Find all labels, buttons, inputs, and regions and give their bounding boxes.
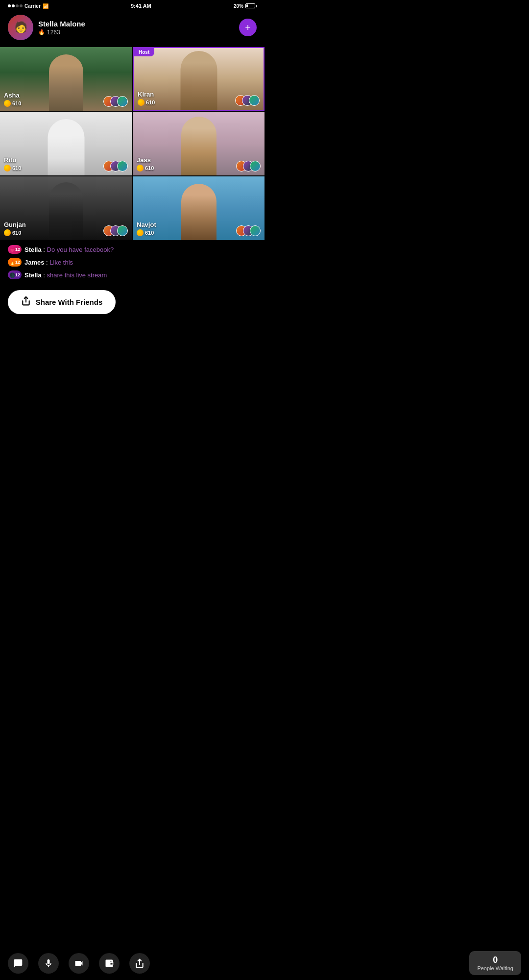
cell-coins-asha: 610 [4,100,21,107]
chat-badge-1: 💗 12 [8,245,22,254]
chat-text-2: James : Like this [24,259,73,266]
chat-message-2: 🔥 12 James : Like this [8,258,257,267]
coin-icon [138,99,144,106]
coin-icon [137,165,144,172]
video-grid: Asha 610 Host Kiran 610 [0,47,264,240]
signal-dot-3 [16,4,19,7]
signal-dots [8,4,23,7]
host-badge: Host [134,48,154,56]
profile-info: Stella Malone 🔥 1263 [38,20,234,36]
person-kiran [180,51,217,110]
cell-avatars-kiran [235,95,260,106]
cell-avatars-jass [236,161,261,172]
person-asha [49,54,83,111]
status-left: Carrier 📶 [8,3,48,9]
chat-section: 💗 12 Stella : Do you have facebook? 🔥 12… [0,240,264,286]
carrier-label: Carrier [24,3,41,9]
badge-num-1: 12 [15,247,20,252]
cell-avatars-navjot [236,225,261,236]
chat-content-1: Do you have facebook? [47,246,114,253]
status-right: 20% [234,3,257,9]
profile-header: 🧑 Stella Malone 🔥 1263 + [0,11,264,44]
coin-icon [4,229,11,236]
battery-icon [245,3,257,8]
cell-avatars-ritu [103,161,128,172]
coins-value: 610 [145,230,154,236]
cell-avatars-asha [103,96,128,107]
coin-icon [4,100,11,107]
chat-text-3: Stella : share this live stream [24,271,107,279]
profile-name: Stella Malone [38,20,234,28]
cell-coins-gunjan: 610 [4,229,26,236]
video-cell-jass[interactable]: Jass 610 [133,112,264,175]
mini-avatar-3 [250,161,261,172]
coins-value: 610 [146,99,155,105]
badge-num-2: 12 [15,260,20,265]
chat-text-1: Stella : Do you have facebook? [24,246,114,253]
signal-dot-2 [12,4,15,7]
person-gunjan [49,182,83,240]
mini-avatar-3 [117,161,128,172]
signal-dot-4 [20,4,23,7]
video-cell-navjot[interactable]: Navjot 610 [133,176,264,240]
cell-name-jass: Jass [137,156,154,164]
coin-icon [4,165,11,172]
coins-value: 610 [12,100,21,106]
cell-avatars-gunjan [103,225,128,236]
add-button[interactable]: + [239,19,257,36]
cell-name-navjot: Navjot [137,221,156,228]
coins-value: 610 [145,165,154,171]
video-cell-asha[interactable]: Asha 610 [0,47,132,111]
avatar-image: 🧑 [8,15,33,40]
share-button-label: Share With Friends [36,298,103,306]
cell-name-kiran: Kiran [138,91,155,98]
mini-avatar-3 [117,96,128,107]
signal-dot-1 [8,4,11,7]
cell-coins-navjot: 610 [137,229,156,236]
profile-score: 🔥 1263 [38,29,234,36]
video-cell-kiran[interactable]: Host Kiran 610 [133,47,264,111]
cell-name-ritu: Ritu [4,156,21,164]
mini-avatar-3 [250,225,261,236]
mini-avatar-3 [117,225,128,236]
cell-name-asha: Asha [4,92,21,99]
cell-info-jass: Jass 610 [137,156,154,172]
cell-coins-jass: 610 [137,165,154,172]
status-bar: Carrier 📶 9:41 AM 20% [0,0,264,11]
chat-badge-2: 🔥 12 [8,258,22,267]
cell-info-navjot: Navjot 610 [137,221,156,236]
coin-icon [137,229,144,236]
chat-message-3: 🌑 12 Stella : share this live stream [8,270,257,279]
cell-info-asha: Asha 610 [4,92,21,107]
cell-info-gunjan: Gunjan 610 [4,221,26,236]
share-btn-container: Share With Friends [0,286,264,320]
coins-value: 610 [12,165,21,171]
coins-value: 610 [12,230,21,236]
video-cell-ritu[interactable]: Ritu 610 [0,112,132,175]
chat-message-1: 💗 12 Stella : Do you have facebook? [8,245,257,254]
chat-content-3: share this live stream [47,271,107,279]
cell-coins-ritu: 610 [4,165,21,172]
chat-badge-3: 🌑 12 [8,270,22,279]
video-cell-gunjan[interactable]: Gunjan 610 [0,176,132,240]
cell-info-ritu: Ritu 610 [4,156,21,172]
share-icon [21,296,31,308]
chat-content-2: Like this [49,259,73,266]
person-ritu [48,119,84,175]
person-jass [181,117,216,175]
cell-info-kiran: Kiran 610 [138,91,155,106]
battery-percent: 20% [234,3,243,9]
person-navjot [181,184,216,240]
fire-icon: 🔥 [38,29,45,35]
cell-name-gunjan: Gunjan [4,221,26,228]
badge-num-3: 12 [15,272,20,277]
cell-coins-kiran: 610 [138,99,155,106]
status-time: 9:41 AM [131,3,151,9]
mini-avatar-3 [249,95,260,106]
share-with-friends-button[interactable]: Share With Friends [8,290,116,314]
wifi-icon: 📶 [43,3,48,9]
score-value: 1263 [47,29,60,36]
avatar: 🧑 [8,15,33,40]
